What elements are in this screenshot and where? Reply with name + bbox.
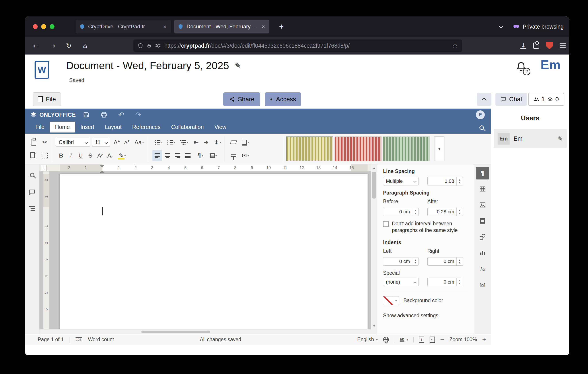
shading-button[interactable]: ▾ bbox=[207, 150, 220, 161]
forward-icon[interactable]: → bbox=[47, 40, 58, 51]
shield-icon[interactable] bbox=[138, 43, 143, 49]
font-name-select[interactable]: Calibri bbox=[56, 138, 90, 147]
spinner-arrows[interactable]: ▴▾ bbox=[412, 208, 418, 216]
menu-layout[interactable]: Layout bbox=[100, 122, 127, 133]
align-left-button[interactable] bbox=[152, 150, 162, 161]
back-icon[interactable]: ← bbox=[31, 40, 41, 51]
search-icon[interactable] bbox=[479, 125, 484, 131]
navigation-icon[interactable] bbox=[29, 206, 35, 211]
downloads-icon[interactable]: ↓ bbox=[520, 42, 526, 49]
zoom-in-button[interactable]: + bbox=[482, 336, 486, 343]
align-center-button[interactable] bbox=[163, 150, 172, 161]
spacing-after-spinner[interactable]: 0.28 cm▴▾ bbox=[427, 208, 463, 216]
document-area[interactable]: 21123456789101112131415 L 21123456 ▲ bbox=[40, 164, 377, 334]
hanging-indent-marker[interactable] bbox=[100, 168, 105, 173]
mail-merge-settings-icon[interactable]: ✉ bbox=[476, 278, 489, 291]
horizontal-scrollbar[interactable] bbox=[40, 329, 371, 334]
globe-icon[interactable] bbox=[383, 337, 389, 343]
save-icon[interactable] bbox=[83, 112, 90, 118]
user-list-item[interactable]: Em Em ✎ bbox=[494, 129, 567, 148]
interval-checkbox[interactable] bbox=[383, 221, 389, 227]
chevron-down-icon[interactable]: ▾ bbox=[393, 296, 399, 305]
multilevel-list-button[interactable]: ▾ bbox=[178, 137, 190, 147]
superscript-button[interactable]: A² bbox=[95, 150, 105, 161]
image-settings-icon[interactable] bbox=[476, 198, 489, 211]
ublock-icon[interactable] bbox=[546, 42, 553, 49]
edit-name-pencil-icon[interactable]: ✎ bbox=[558, 135, 563, 143]
extensions-icon[interactable] bbox=[533, 42, 539, 49]
spinner-arrows[interactable]: ▴▾ bbox=[456, 177, 462, 185]
word-count-label[interactable]: Word count bbox=[88, 337, 114, 343]
chat-button[interactable]: Chat bbox=[495, 93, 527, 106]
collaborator-badge[interactable]: E bbox=[476, 110, 485, 119]
chart-settings-icon[interactable] bbox=[476, 246, 489, 259]
shape-settings-icon[interactable] bbox=[476, 230, 489, 243]
header-footer-settings-icon[interactable] bbox=[476, 215, 489, 227]
close-tab-icon[interactable]: × bbox=[261, 23, 266, 30]
list-tabs-icon[interactable] bbox=[498, 23, 504, 29]
fit-width-icon[interactable]: ↔ bbox=[430, 337, 435, 343]
line-spacing-button[interactable]: ↕▾ bbox=[211, 137, 224, 147]
indent-right-spinner[interactable]: 0 cm▴▾ bbox=[427, 257, 463, 266]
url-text[interactable]: https://cryptpad.fr/doc/#/3/doc/edit/ff0… bbox=[164, 42, 449, 49]
rename-pencil-icon[interactable]: ✎ bbox=[235, 61, 241, 70]
decrease-indent-button[interactable]: ⇤ bbox=[191, 137, 201, 147]
page-indicator[interactable]: Page 1 of 1 bbox=[38, 337, 64, 343]
copy-style-button[interactable] bbox=[229, 150, 238, 161]
url-bar[interactable]: https://cryptpad.fr/doc/#/3/doc/edit/ff0… bbox=[133, 40, 462, 52]
minimize-window-button[interactable] bbox=[41, 24, 46, 29]
menu-view[interactable]: View bbox=[209, 122, 232, 133]
menu-file[interactable]: File bbox=[30, 122, 50, 133]
shrink-font-button[interactable]: A▼ bbox=[122, 137, 132, 147]
menu-references[interactable]: References bbox=[127, 122, 166, 133]
clear-style-button[interactable] bbox=[229, 137, 238, 147]
strikethrough-button[interactable]: S bbox=[85, 150, 95, 161]
participants-button[interactable]: 1 0 bbox=[528, 93, 564, 106]
undo-icon[interactable]: ↶ bbox=[118, 111, 124, 119]
scroll-down-icon[interactable]: ▼ bbox=[371, 323, 377, 329]
spinner-arrows[interactable]: ▴▾ bbox=[456, 208, 462, 216]
print-icon[interactable] bbox=[101, 112, 107, 118]
find-icon[interactable] bbox=[30, 173, 34, 178]
permissions-icon[interactable] bbox=[155, 43, 161, 48]
user-avatar[interactable]: Em bbox=[541, 57, 560, 72]
paragraph-color-button[interactable]: ▾ bbox=[239, 137, 252, 147]
italic-button[interactable]: I bbox=[66, 150, 76, 161]
cut-button[interactable]: ✂ bbox=[40, 137, 50, 147]
style-preview[interactable] bbox=[335, 136, 381, 161]
font-size-select[interactable]: 11 bbox=[92, 138, 110, 147]
background-color-picker[interactable]: ▾ bbox=[383, 296, 399, 305]
tab-stop-selector[interactable]: L bbox=[41, 165, 47, 171]
subscript-button[interactable]: A₂ bbox=[105, 150, 115, 161]
menu-collaboration[interactable]: Collaboration bbox=[166, 122, 209, 133]
new-tab-button[interactable]: + bbox=[276, 21, 287, 32]
paste-button[interactable] bbox=[29, 137, 39, 147]
increase-indent-button[interactable]: ⇥ bbox=[201, 137, 211, 147]
language-select[interactable]: English bbox=[357, 337, 374, 343]
spinner-arrows[interactable]: ▴▾ bbox=[456, 258, 462, 265]
numbering-button[interactable]: ▾ bbox=[165, 137, 178, 147]
vertical-scrollbar[interactable]: ▲ ▼ bbox=[371, 164, 377, 329]
styles-gallery-expand-button[interactable]: ▾ bbox=[434, 136, 444, 161]
close-tab-icon[interactable]: × bbox=[162, 23, 168, 30]
document-page[interactable] bbox=[60, 174, 368, 329]
tab-cryptdrive[interactable]: CryptDrive - CryptPad.fr × bbox=[76, 20, 171, 33]
vertical-ruler[interactable]: 21123456 bbox=[43, 171, 49, 329]
underline-button[interactable]: U bbox=[76, 150, 85, 161]
maximize-window-button[interactable] bbox=[50, 24, 54, 29]
bold-button[interactable]: B bbox=[56, 150, 66, 161]
special-select[interactable]: (none) bbox=[383, 278, 419, 286]
spinner-arrows[interactable]: ▴▾ bbox=[412, 258, 418, 265]
style-preview[interactable] bbox=[286, 136, 333, 161]
select-all-button[interactable] bbox=[40, 150, 50, 161]
spacing-before-spinner[interactable]: 0 cm▴▾ bbox=[383, 208, 419, 216]
justify-button[interactable] bbox=[183, 150, 193, 161]
tab-document[interactable]: Document - Wed, February 5, 2 × bbox=[174, 20, 269, 33]
align-right-button[interactable] bbox=[173, 150, 183, 161]
horizontal-ruler[interactable]: 21123456789101112131415 bbox=[40, 164, 371, 171]
textart-settings-icon[interactable]: Ta bbox=[476, 262, 489, 275]
mail-merge-button[interactable]: ✉▾ bbox=[239, 150, 252, 161]
indent-left-spinner[interactable]: 0 cm▴▾ bbox=[383, 257, 419, 266]
horizontal-scroll-thumb[interactable] bbox=[141, 331, 210, 333]
table-settings-icon[interactable] bbox=[476, 183, 489, 195]
